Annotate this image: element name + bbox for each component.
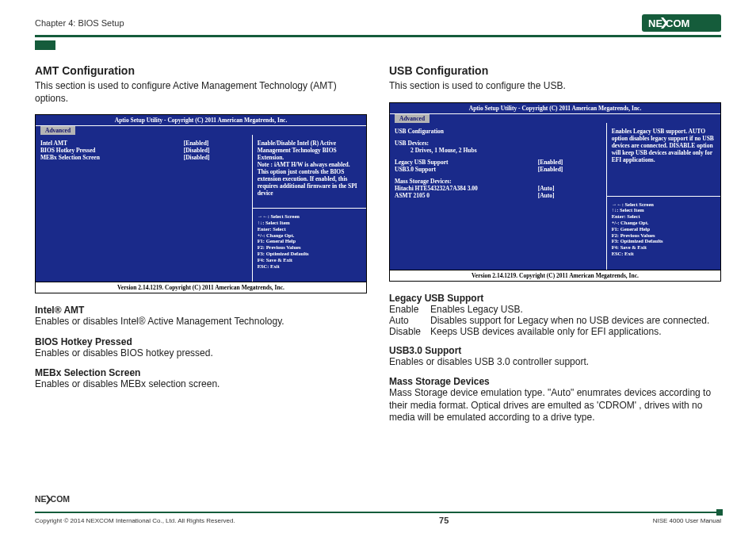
val-hotkey: [Disabled] <box>184 147 247 154</box>
amt-title: AMT Configuration <box>35 64 367 77</box>
val-usb3: [Enabled] <box>538 166 601 173</box>
bios-key-hints: →←: Select Screen ↑↓: Select Item Enter:… <box>253 209 366 282</box>
bios-key-hints2: →←: Select Screen ↑↓: Select Item Enter:… <box>607 197 720 270</box>
opt-asmt: ASMT 2105 0 <box>395 192 538 199</box>
nexcom-logo-footer: NE COM <box>35 493 90 506</box>
amt-desc: This section is used to configure Active… <box>35 80 367 105</box>
legacy-auto-k: Auto <box>389 315 430 326</box>
val-intel-amt: [Enabled] <box>184 140 247 147</box>
field-mebx-title: MEBx Selection Screen <box>35 367 367 378</box>
usb3-body: Enables or disables USB 3.0 controller s… <box>389 356 721 369</box>
field-hotkey-title: BIOS Hotkey Pressed <box>35 336 367 347</box>
usb-title: USB Configuration <box>389 64 721 77</box>
usb-devices-label: USB Devices: <box>395 140 601 147</box>
opt-usb3: USB3.0 Support <box>395 166 538 173</box>
opt-hitachi: Hitachi HTE543232A7A384 3.00 <box>395 185 538 192</box>
val-mebx: [Disabled] <box>184 154 247 161</box>
bios-tab-advanced2: Advanced <box>395 114 430 123</box>
opt-mebx: MEBx Selection Screen <box>40 154 184 161</box>
usb-desc: This section is used to configure the US… <box>389 80 721 93</box>
bios-tab-advanced: Advanced <box>40 126 75 135</box>
usb-conf-heading: USB Configuration <box>395 128 601 135</box>
bios-help-text: Enable/Disable Intel (R) Active Manageme… <box>253 135 366 209</box>
val-legacy-usb: [Enabled] <box>538 159 601 166</box>
bios-header: Aptio Setup Utility - Copyright (C) 2011… <box>36 115 366 126</box>
legacy-enable-v: Enables Legacy USB. <box>430 304 719 315</box>
field-mebx-body: Enables or disables MEBx selection scree… <box>35 378 367 391</box>
side-tab <box>35 40 55 50</box>
opt-hotkey: BIOS Hotkey Pressed <box>40 147 184 154</box>
header-rule <box>35 35 721 37</box>
usb3-title: USB3.0 Support <box>389 345 721 356</box>
svg-text:NE: NE <box>35 495 47 504</box>
legacy-usb-title: Legacy USB Support <box>389 293 721 304</box>
usb-devices-list: 2 Drives, 1 Mouse, 2 Hubs <box>395 147 601 154</box>
legacy-auto-v: Disables support for Legacy when no USB … <box>430 315 719 326</box>
opt-intel-amt: Intel AMT <box>40 140 184 147</box>
legacy-enable-k: Enable <box>389 304 430 315</box>
val-hitachi: [Auto] <box>538 185 601 192</box>
page-number: 75 <box>439 516 449 525</box>
bios-footer: Version 2.14.1219. Copyright (C) 2011 Am… <box>36 282 366 293</box>
bios-usb-panel: Aptio Setup Utility - Copyright (C) 2011… <box>389 102 721 282</box>
svg-text:NE: NE <box>648 17 662 29</box>
opt-legacy-usb: Legacy USB Support <box>395 159 538 166</box>
nexcom-logo: NE COM <box>642 14 721 32</box>
field-intel-amt-title: Intel® AMT <box>35 305 367 316</box>
legacy-disable-v: Keeps USB devices available only for EFI… <box>430 326 719 337</box>
footer-square-icon <box>716 509 723 516</box>
svg-text:COM: COM <box>51 495 71 504</box>
legacy-disable-k: Disable <box>389 326 430 337</box>
bios-header2: Aptio Setup Utility - Copyright (C) 2011… <box>390 103 720 114</box>
mass-storage-label: Mass Storage Devices: <box>395 178 601 185</box>
footer-rule <box>35 512 721 513</box>
field-hotkey-body: Enables or disables BIOS hotkey pressed. <box>35 347 367 360</box>
field-intel-amt-body: Enables or disables Intel® Active Manage… <box>35 316 367 328</box>
bios-help-text2: Enables Legacy USB support. AUTO option … <box>607 123 720 197</box>
chapter-label: Chapter 4: BIOS Setup <box>35 18 124 28</box>
bios-amt-panel: Aptio Setup Utility - Copyright (C) 2011… <box>35 114 367 293</box>
val-asmt: [Auto] <box>538 192 601 199</box>
copyright: Copyright © 2014 NEXCOM International Co… <box>35 517 235 524</box>
bios-footer2: Version 2.14.1219. Copyright (C) 2011 Am… <box>390 270 720 281</box>
manual-name: NISE 4000 User Manual <box>653 517 721 524</box>
svg-text:COM: COM <box>666 17 689 29</box>
mass-body: Mass Storage device emulation type. "Aut… <box>389 387 721 424</box>
mass-title: Mass Storage Devices <box>389 376 721 387</box>
